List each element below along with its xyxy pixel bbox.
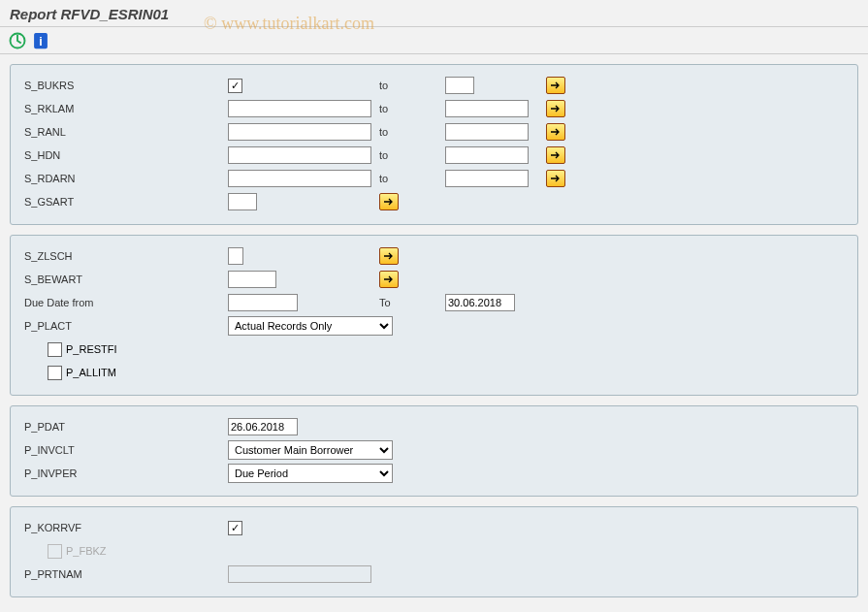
- selection-group-3: P_PDAT P_INVCLT Customer Main Borrower P…: [10, 405, 858, 497]
- label-s-bewart: S_BEWART: [24, 274, 228, 285]
- checkbox-p-korrvf[interactable]: [228, 521, 242, 535]
- input-p-prtnam: [228, 565, 371, 583]
- input-s-zlsch-from[interactable]: [228, 247, 243, 265]
- input-s-ranl-to[interactable]: [445, 123, 529, 141]
- svg-text:i: i: [39, 35, 42, 48]
- select-p-invclt[interactable]: Customer Main Borrower: [228, 440, 393, 460]
- selection-group-1: S_BUKRS to S_RKLAM to S_RANL to S_HDN to: [10, 64, 858, 225]
- label-p-invclt: P_INVCLT: [24, 444, 228, 456]
- multi-select-button-s-bukrs[interactable]: [546, 77, 565, 94]
- to-label: to: [379, 103, 418, 114]
- input-s-rklam-from[interactable]: [228, 100, 371, 117]
- input-s-hdn-from[interactable]: [228, 146, 371, 164]
- label-s-gsart: S_GSART: [24, 196, 228, 208]
- multi-select-button-s-hdn[interactable]: [546, 146, 565, 164]
- input-s-ranl-from[interactable]: [228, 123, 371, 141]
- input-due-date-from[interactable]: [228, 294, 298, 311]
- label-s-bukrs: S_BUKRS: [24, 80, 228, 91]
- label-p-fbkz: P_FBKZ: [66, 545, 107, 557]
- label-p-plact: P_PLACT: [24, 320, 228, 332]
- label-s-zlsch: S_ZLSCH: [24, 250, 228, 262]
- label-due-date-from: Due Date from: [24, 297, 228, 308]
- input-s-rdarn-from[interactable]: [228, 170, 371, 187]
- label-p-restfi: P_RESTFI: [66, 343, 117, 355]
- multi-select-button-s-rdarn[interactable]: [546, 170, 565, 187]
- input-s-rklam-to[interactable]: [445, 100, 529, 117]
- input-s-hdn-to[interactable]: [445, 146, 529, 164]
- input-s-gsart-from[interactable]: [228, 193, 257, 210]
- page-title: Report RFVD_ESRIN01: [10, 6, 169, 22]
- label-p-prtnam: P_PRTNAM: [24, 568, 228, 580]
- selection-group-2: S_ZLSCH S_BEWART Due Date from To P_PLAC…: [10, 235, 858, 396]
- input-p-pdat[interactable]: [228, 418, 298, 435]
- input-s-bukrs-from[interactable]: [228, 79, 242, 93]
- toolbar: i: [0, 27, 868, 54]
- input-s-bewart-from[interactable]: [228, 271, 276, 288]
- execute-icon[interactable]: [8, 32, 27, 49]
- checkbox-p-allitm[interactable]: [48, 366, 62, 380]
- select-p-plact[interactable]: Actual Records Only: [228, 316, 393, 336]
- label-p-invper: P_INVPER: [24, 467, 228, 479]
- input-due-date-to[interactable]: [445, 294, 515, 311]
- multi-select-button-s-gsart[interactable]: [379, 193, 399, 210]
- selection-group-4: P_KORRVF P_FBKZ P_PRTNAM: [10, 506, 858, 597]
- label-s-rdarn: S_RDARN: [24, 173, 228, 184]
- checkbox-p-restfi[interactable]: [48, 342, 62, 357]
- to-label: to: [379, 149, 418, 161]
- input-s-bukrs-to[interactable]: [445, 77, 474, 94]
- to-label: to: [379, 126, 418, 138]
- to-label: To: [379, 297, 418, 308]
- label-s-rklam: S_RKLAM: [24, 103, 228, 114]
- multi-select-button-s-rklam[interactable]: [546, 100, 565, 117]
- label-s-hdn: S_HDN: [24, 149, 228, 161]
- input-s-rdarn-to[interactable]: [445, 170, 529, 187]
- title-bar: Report RFVD_ESRIN01: [0, 0, 868, 27]
- to-label: to: [379, 80, 418, 91]
- label-p-allitm: P_ALLITM: [66, 367, 116, 378]
- label-p-korrvf: P_KORRVF: [24, 522, 228, 533]
- label-p-pdat: P_PDAT: [24, 421, 228, 433]
- to-label: to: [379, 173, 418, 184]
- multi-select-button-s-ranl[interactable]: [546, 123, 565, 141]
- info-icon[interactable]: i: [31, 32, 50, 49]
- content-area: S_BUKRS to S_RKLAM to S_RANL to S_HDN to: [0, 54, 868, 607]
- select-p-invper[interactable]: Due Period: [228, 464, 393, 483]
- multi-select-button-s-bewart[interactable]: [379, 271, 399, 288]
- label-s-ranl: S_RANL: [24, 126, 228, 138]
- multi-select-button-s-zlsch[interactable]: [379, 247, 399, 265]
- checkbox-p-fbkz: [48, 544, 62, 559]
